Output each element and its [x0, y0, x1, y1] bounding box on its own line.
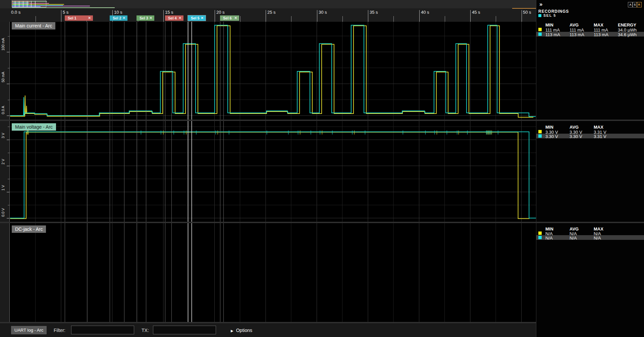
current-axis-tick-major-1 [7, 84, 9, 84]
selection-close-icon[interactable]: ✕ [201, 15, 204, 21]
recordings-header: RECORDINGS [538, 9, 569, 14]
y-axis-rail: 100 mA50 mA0.0 A3 V2 V1 V0.0 V [0, 22, 10, 322]
ruler-time-label: 50 s [523, 10, 531, 15]
tx-label: TX: [142, 328, 149, 333]
stats-value: 3.30 V [545, 134, 558, 139]
selection-tag-label: Sel 3 [140, 16, 148, 20]
selection-close-icon[interactable]: ✕ [150, 15, 152, 21]
chart-plot-area[interactable] [9, 22, 536, 322]
stats-col-header: MAX [594, 125, 603, 130]
ruler-major-tick-0 [61, 10, 61, 22]
uart-log-bar: UART log - Arc Filter: TX: ▶Options [0, 323, 536, 337]
selection-tag-label: Sel 4 [168, 16, 177, 20]
stats-value: 34.6 µWh [618, 32, 637, 37]
selection-close-icon[interactable]: ✕ [234, 15, 237, 21]
ruler-minor-tick-5 [291, 16, 291, 22]
ruler-major-tick-8 [470, 10, 471, 22]
stats-value: N/A [594, 235, 601, 241]
stats-col-header: AVG [570, 226, 579, 231]
ruler-time-label: 35 s [370, 10, 378, 15]
selection-tag-sel-5[interactable]: Sel 5✕ [188, 15, 206, 21]
stats-value: 3.30 V [570, 134, 582, 139]
ruler-major-tick-6 [368, 10, 368, 22]
selection-tag-sel-2[interactable]: Sel 2✕ [110, 15, 127, 21]
stats-series-swatch [538, 134, 542, 138]
ruler-time-label: 20 s [216, 10, 225, 15]
ruler-minor-tick-6 [342, 16, 343, 22]
selection-tag-sel-1[interactable]: Sel 1✕ [65, 15, 93, 21]
panel-title-main-voltage[interactable]: Main voltage - Arc [12, 123, 56, 131]
ruler-time-label: 45 s [472, 10, 480, 15]
selection-tag-sel-3[interactable]: Sel 3✕ [137, 15, 154, 21]
stats-series-swatch [538, 236, 542, 239]
timeline-ruler[interactable]: 0.0 s5 s10 s15 s20 s25 s30 s35 s40 s45 s… [0, 8, 536, 22]
stats-col-header: ENERGY [618, 22, 636, 27]
voltage-panel-bg [9, 121, 536, 222]
uart-log-tab[interactable]: UART log - Arc [11, 326, 47, 334]
panel-title-dc-jack[interactable]: DC-jack - Arc [12, 225, 46, 233]
ruler-time-label: 25 s [267, 10, 276, 15]
ruler-major-tick-3 [215, 10, 215, 22]
voltage-axis-label: 1 V [1, 185, 5, 191]
ruler-minor-tick-8 [445, 16, 445, 22]
power-profiler-app: 0.0 s5 s10 s15 s20 s25 s30 s35 s40 s45 s… [0, 0, 644, 337]
voltage-axis-label: 0.0 V [1, 208, 5, 217]
recording-item-sel-5[interactable]: SEL 5 [538, 13, 556, 17]
panel-divider-3 [0, 322, 536, 323]
voltage-axis-tick-major-2 [7, 192, 9, 192]
stats-col-header: AVG [570, 22, 579, 27]
selection-close-icon[interactable]: ✕ [123, 15, 125, 21]
ruler-major-tick-7 [419, 10, 420, 22]
dcjack-panel-bg [9, 223, 536, 322]
recording-color-swatch [538, 14, 541, 17]
selection-tag-label: Sel 6 [223, 16, 232, 20]
options-toggle[interactable]: ▶Options [231, 328, 252, 333]
ruler-major-tick-4 [266, 10, 266, 22]
overview-viewport[interactable] [12, 0, 46, 7]
selection-tag-sel-4[interactable]: Sel 4✕ [165, 15, 183, 21]
panel-title-main-current[interactable]: Main current - Arc [12, 22, 55, 29]
current-axis-label: 100 mA [1, 38, 5, 51]
window-button-r[interactable]: R [637, 2, 642, 7]
filter-input[interactable] [71, 326, 134, 334]
collapse-panel-icon[interactable]: » [539, 1, 542, 8]
ruler-time-label: 0.0 s [11, 10, 20, 15]
stats-series-swatch [538, 28, 542, 31]
current-axis-tick-major-2 [7, 116, 9, 116]
recording-item-label: SEL 5 [543, 13, 556, 17]
voltage-axis-tick-major-0 [7, 140, 9, 140]
stats-value: 113 mA [594, 32, 608, 37]
stats-series-swatch [538, 231, 542, 235]
ruler-time-label: 5 s [63, 10, 68, 15]
tx-input[interactable] [153, 326, 216, 334]
recording-overview-strip[interactable] [0, 0, 536, 8]
panel-divider-1[interactable] [0, 120, 644, 121]
ruler-major-tick-5 [317, 10, 317, 22]
selection-close-icon[interactable]: ✕ [88, 15, 91, 21]
stats-value: 3.31 V [594, 134, 606, 139]
stats-col-header: MAX [594, 22, 603, 27]
selection-tag-label: Sel 2 [113, 16, 121, 20]
ruler-time-label: 40 s [421, 10, 429, 15]
ruler-minor-tick-9 [496, 16, 496, 22]
voltage-axis-tick-major-1 [7, 166, 9, 166]
stats-col-header: MIN [545, 226, 553, 231]
ruler-minor-tick-4 [240, 16, 240, 22]
selection-close-icon[interactable]: ✕ [179, 15, 181, 21]
stats-series-swatch [538, 130, 542, 133]
selection-tag-sel-6[interactable]: Sel 6✕ [220, 15, 239, 21]
stats-value: N/A [570, 235, 577, 241]
voltage-axis-label: 3 V [1, 133, 5, 138]
stats-value: 113 mA [545, 32, 560, 37]
panel-divider-2[interactable] [0, 222, 644, 223]
stats-col-header: MIN [545, 125, 553, 130]
ruler-major-tick-2 [163, 10, 164, 22]
ruler-major-tick-9 [522, 10, 522, 22]
current-axis-tick-major-0 [7, 52, 9, 52]
current-axis-label: 0.0 A [1, 106, 5, 114]
options-expand-icon: ▶ [231, 329, 233, 333]
stats-col-header: MIN [545, 22, 553, 27]
filter-label: Filter: [54, 328, 65, 333]
stats-col-header: AVG [570, 125, 579, 130]
ruler-time-label: 15 s [165, 10, 173, 15]
